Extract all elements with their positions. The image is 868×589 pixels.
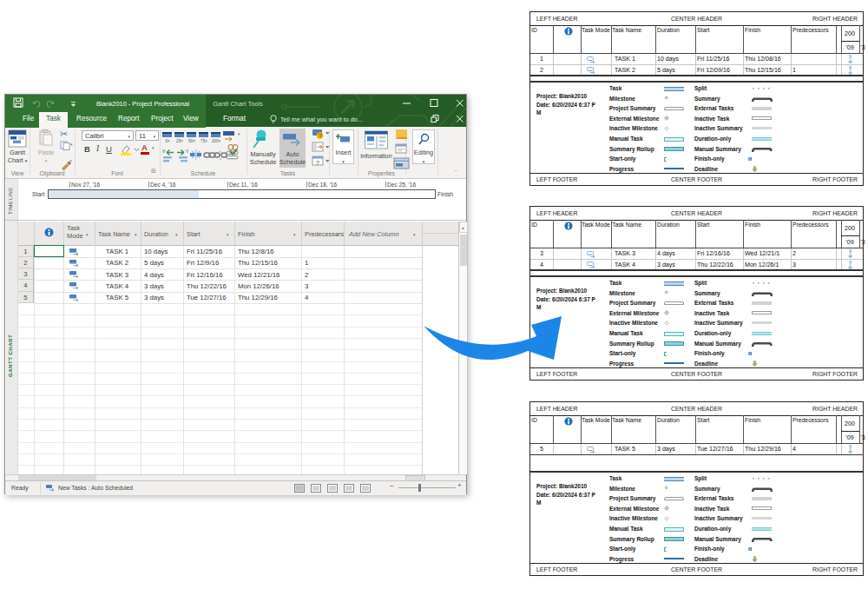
svg-text:?: ? [316,159,320,167]
svg-text:?: ? [319,133,322,139]
